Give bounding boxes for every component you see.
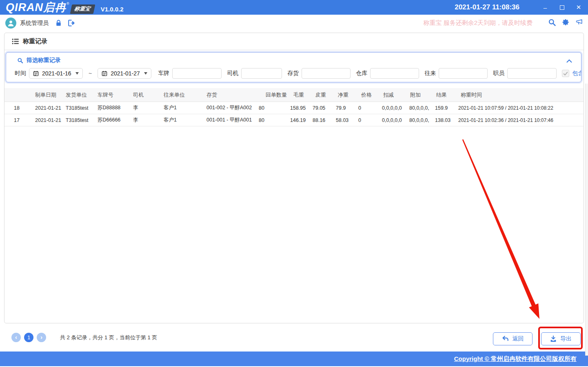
page-title: 称重记录 xyxy=(23,38,47,45)
cell-driver: 李 xyxy=(133,117,164,124)
pagination-bar: ‹ 1 › 共 2 条记录，共分 1 页，当前位于第 1 页 返回 导出 xyxy=(0,323,588,352)
table-header-row: 制单日期 发货单位 车牌号 司机 往来单位 存货 回单数量 毛重 皮重 净重 价… xyxy=(4,88,584,102)
chevron-up-icon[interactable] xyxy=(566,57,572,64)
time-label: 时间 xyxy=(15,70,26,77)
cell-weigh-time: 2021-01-21 10:02:36 / 2021-01-21 10:07:4… xyxy=(458,117,584,123)
date-to-value: 2021-01-27 xyxy=(111,70,140,77)
title-bar: QIRAN启冉 ® 称重宝 V1.0.0.2 2021-01-27 11:08:… xyxy=(0,0,588,15)
footer-bar: Copyright © 常州启冉软件有限公司版权所有 xyxy=(0,352,588,366)
cell-contact-unit: 客户1 xyxy=(164,104,206,111)
license-warning: 称重宝 服务还剩余2天到期，请及时续费 xyxy=(423,19,533,27)
action-buttons: 返回 导出 xyxy=(493,332,581,345)
inventory-input[interactable] xyxy=(302,68,351,79)
cell-net: 79.9 xyxy=(336,105,358,111)
back-button[interactable]: 返回 xyxy=(493,332,533,345)
include-checkbox[interactable] xyxy=(562,70,569,77)
cell-order-date: 2021-01-21 xyxy=(35,117,66,123)
prev-page-button[interactable]: ‹ xyxy=(11,333,21,342)
cell-weigh-time: 2021-01-21 10:07:59 / 2021-01-21 10:08:2… xyxy=(458,105,584,111)
scrollbar[interactable] xyxy=(585,84,588,356)
warehouse-input[interactable] xyxy=(370,68,419,79)
cell-tare: 79.05 xyxy=(313,105,336,111)
app-version: V1.0.0.2 xyxy=(101,6,124,13)
filter-fields-row: 时间 2021-01-16 ~ 2021-01-27 车牌 司机 xyxy=(6,68,581,79)
cell-shipper: T3185test xyxy=(66,117,98,123)
logout-icon[interactable] xyxy=(68,20,75,27)
person-icon xyxy=(7,19,15,27)
app-logo: QIRAN启冉 xyxy=(6,0,66,15)
maximize-icon xyxy=(560,5,564,10)
caret-down-icon xyxy=(144,72,147,75)
plate-input[interactable] xyxy=(172,68,222,79)
col-addition: 附加 xyxy=(409,91,435,99)
cell-receipt-qty: 80 xyxy=(259,117,290,123)
toolbar: 系统管理员 称重宝 服务还剩余2天到期，请及时续费 xyxy=(0,15,588,31)
col-tare: 皮重 xyxy=(313,91,336,99)
driver-label: 司机 xyxy=(227,70,238,77)
page-title-row: 称重记录 xyxy=(4,33,584,50)
date-from-value: 2021-01-16 xyxy=(42,70,71,77)
cell-addition: 80,0,0,0, xyxy=(409,117,435,123)
content-area: 称重记录 筛选称重记录 时间 2021-01-16 xyxy=(0,31,588,352)
staff-input[interactable] xyxy=(507,68,557,79)
lock-icon[interactable] xyxy=(55,20,62,27)
cell-plate: 苏D88888 xyxy=(98,104,133,111)
date-to-select[interactable]: 2021-01-27 xyxy=(98,68,151,79)
megaphone-icon[interactable] xyxy=(575,19,583,27)
avatar[interactable] xyxy=(5,18,16,29)
checkmark-icon xyxy=(563,71,568,76)
app-window: QIRAN启冉 ® 称重宝 V1.0.0.2 2021-01-27 11:08:… xyxy=(0,0,588,367)
table-row[interactable]: 17 2021-01-21 T3185test 苏D66666 李 客户1 00… xyxy=(4,114,584,126)
filter-title: 筛选称重记录 xyxy=(27,57,61,64)
include-checkbox-label[interactable]: 包含 xyxy=(572,70,581,77)
cell-net: 58.03 xyxy=(336,117,358,123)
cell-receipt-qty: 80 xyxy=(259,105,290,111)
calendar-icon xyxy=(33,71,39,76)
copyright-link[interactable]: Copyright © 常州启冉软件有限公司版权所有 xyxy=(454,355,577,363)
cell-addition: 80,0,0,0, xyxy=(409,105,435,111)
product-badge: 称重宝 xyxy=(70,4,95,14)
window-controls: – ✕ xyxy=(542,4,581,11)
toolbar-icons xyxy=(548,18,583,28)
list-icon xyxy=(12,38,19,44)
current-page-button[interactable]: 1 xyxy=(24,333,33,342)
table-row[interactable]: 18 2021-01-21 T3185test 苏D88888 李 客户1 00… xyxy=(4,102,584,114)
contact-input[interactable] xyxy=(439,68,488,79)
driver-input[interactable] xyxy=(241,68,282,79)
close-button[interactable]: ✕ xyxy=(576,4,581,11)
caret-down-icon xyxy=(75,72,79,75)
col-net: 净重 xyxy=(336,91,358,99)
minimize-button[interactable]: – xyxy=(542,4,548,11)
col-receipt-qty: 回单数量 xyxy=(259,91,290,99)
col-plate: 车牌号 xyxy=(98,91,133,99)
col-driver: 司机 xyxy=(133,91,164,99)
gear-icon[interactable] xyxy=(562,18,570,28)
col-result: 结果 xyxy=(435,91,458,99)
cell-contact-unit: 客户1 xyxy=(164,117,206,124)
cell-deduction: 0,0,0,0,0 xyxy=(382,105,409,111)
weighing-records-panel: 称重记录 筛选称重记录 时间 2021-01-16 xyxy=(4,33,584,323)
back-arrow-icon xyxy=(502,336,509,342)
cell-gross: 146.19 xyxy=(290,117,313,123)
cell-inventory: 001-001 - 甲醇A001 xyxy=(206,117,259,124)
staff-label: 职员 xyxy=(493,70,504,77)
filter-panel: 筛选称重记录 时间 2021-01-16 ~ 2021-01-27 xyxy=(6,52,581,82)
plate-label: 车牌 xyxy=(158,70,169,77)
next-page-button[interactable]: › xyxy=(37,333,46,342)
search-icon[interactable] xyxy=(548,18,556,28)
cell-result: 159.9 xyxy=(435,105,458,111)
export-button[interactable]: 导出 xyxy=(541,332,581,345)
date-from-select[interactable]: 2021-01-16 xyxy=(29,68,83,79)
col-inventory: 存货 xyxy=(206,91,259,99)
clock: 2021-01-27 11:08:36 xyxy=(455,3,519,11)
maximize-button[interactable] xyxy=(559,4,565,11)
cell-driver: 李 xyxy=(133,104,164,111)
cell-price: 0 xyxy=(358,117,382,123)
cell-deduction: 0,0,0,0,0 xyxy=(382,117,409,123)
col-contact-unit: 往来单位 xyxy=(164,91,206,99)
records-table: 制单日期 发货单位 车牌号 司机 往来单位 存货 回单数量 毛重 皮重 净重 价… xyxy=(4,88,584,126)
cell-seq: 18 xyxy=(4,105,35,111)
cell-price: 0 xyxy=(358,105,382,111)
cell-inventory: 001-002 - 甲醇A002 xyxy=(206,104,259,111)
cell-gross: 158.95 xyxy=(290,105,313,111)
